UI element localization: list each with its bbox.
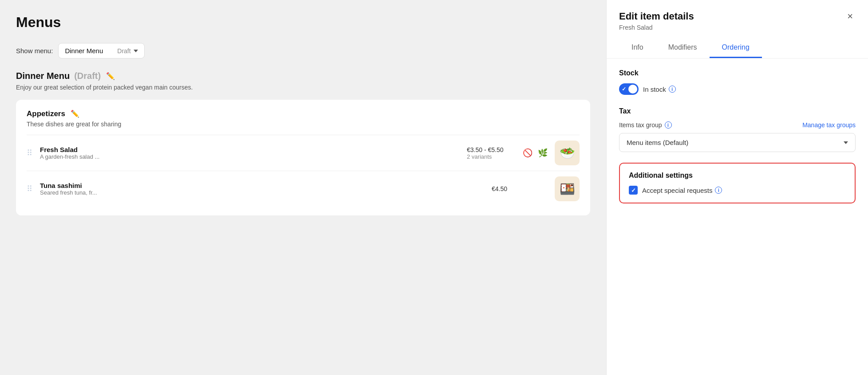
edit-category-button[interactable]: ✏️ <box>70 109 80 119</box>
item-description: A garden-fresh salad ... <box>40 153 460 160</box>
category-header: Appetizers ✏️ <box>27 109 580 119</box>
sushi-emoji: 🍱 <box>560 182 575 196</box>
in-stock-label: In stock i <box>643 86 676 93</box>
item-price-block: €3.50 - €5.50 2 variants <box>467 146 516 160</box>
tax-chevron-down-icon <box>844 141 848 144</box>
table-row: ⠿ Fresh Salad A garden-fresh salad ... €… <box>27 135 580 171</box>
item-price: €3.50 - €5.50 <box>467 146 516 153</box>
item-image: 🥗 <box>555 141 580 165</box>
salad-emoji: 🥗 <box>560 146 575 160</box>
tax-dropdown[interactable]: Menu items (Default) <box>619 133 856 152</box>
toggle-checkmark-icon: ✓ <box>622 86 626 92</box>
item-variants: 2 variants <box>467 153 516 160</box>
dinner-menu-status: (Draft) <box>74 71 101 81</box>
page-title: Menus <box>16 14 590 31</box>
menu-selector[interactable]: Dinner Menu Draft <box>58 43 144 59</box>
show-menu-label: Show menu: <box>16 47 53 55</box>
panel-subtitle: Fresh Salad <box>619 24 856 31</box>
left-panel: Menus Show menu: Dinner Menu Draft Dinne… <box>0 0 606 375</box>
category-description: These dishes are great for sharing <box>27 121 580 128</box>
stock-row: ✓ In stock i <box>619 83 856 95</box>
item-info: Tuna sashimi Seared fresh tuna, fr... <box>40 182 485 196</box>
show-menu-row: Show menu: Dinner Menu Draft <box>16 43 590 59</box>
accept-special-requests-label: Accept special requests i <box>642 187 722 194</box>
drag-handle-icon[interactable]: ⠿ <box>27 184 33 194</box>
panel-header: Edit item details × Fresh Salad Info Mod… <box>607 0 868 59</box>
tax-section-label: Tax <box>619 107 856 115</box>
item-info: Fresh Salad A garden-fresh salad ... <box>40 146 460 160</box>
drag-handle-icon[interactable]: ⠿ <box>27 148 33 158</box>
tax-dropdown-value: Menu items (Default) <box>627 139 688 146</box>
panel-header-top: Edit item details × <box>619 11 856 22</box>
item-description: Seared fresh tuna, fr... <box>40 189 485 196</box>
items-tax-group-label: Items tax group i <box>619 121 672 129</box>
no-image-icon: 🚫 <box>523 148 533 158</box>
item-price-block: €4.50 <box>492 185 541 192</box>
dinner-menu-title: Dinner Menu <box>16 71 70 81</box>
manage-tax-groups-link[interactable]: Manage tax groups <box>802 121 856 129</box>
right-panel: Edit item details × Fresh Salad Info Mod… <box>606 0 868 375</box>
close-button[interactable]: × <box>844 11 856 22</box>
panel-title: Edit item details <box>619 11 694 22</box>
tax-row: Items tax group i Manage tax groups <box>619 121 856 129</box>
tax-info-icon[interactable]: i <box>665 121 672 129</box>
toggle-slider: ✓ <box>619 83 639 95</box>
accept-special-requests-row: ✓ Accept special requests i <box>629 186 846 195</box>
menu-selector-name: Dinner Menu <box>65 47 103 55</box>
tabs: Info Modifiers Ordering <box>619 38 856 58</box>
menu-section-header: Dinner Menu (Draft) ✏️ <box>16 71 590 81</box>
tab-ordering[interactable]: Ordering <box>710 38 762 58</box>
appetizers-card: Appetizers ✏️ These dishes are great for… <box>16 100 590 215</box>
item-price: €4.50 <box>492 185 541 192</box>
menu-selector-badge: Draft <box>117 47 138 55</box>
stock-section-label: Stock <box>619 69 856 77</box>
checkbox-check-icon: ✓ <box>631 187 636 194</box>
leaf-icon: 🌿 <box>538 148 548 158</box>
in-stock-toggle[interactable]: ✓ <box>619 83 639 95</box>
panel-body: Stock ✓ In stock i Tax Items tax group i <box>607 59 868 375</box>
in-stock-info-icon[interactable]: i <box>669 86 676 93</box>
table-row: ⠿ Tuna sashimi Seared fresh tuna, fr... … <box>27 171 580 207</box>
item-name: Tuna sashimi <box>40 182 485 189</box>
item-name: Fresh Salad <box>40 146 460 153</box>
item-image: 🍱 <box>555 176 580 201</box>
special-requests-info-icon[interactable]: i <box>715 187 722 194</box>
item-icons: 🚫 🌿 <box>523 148 548 158</box>
edit-menu-button[interactable]: ✏️ <box>105 71 116 81</box>
tax-section: Tax Items tax group i Manage tax groups … <box>619 107 856 152</box>
additional-settings-title: Additional settings <box>629 172 846 180</box>
dinner-menu-description: Enjoy our great selection of protein pac… <box>16 84 590 91</box>
tab-info[interactable]: Info <box>619 38 656 58</box>
additional-settings-card: Additional settings ✓ Accept special req… <box>619 163 856 203</box>
category-title: Appetizers <box>27 109 65 118</box>
accept-special-requests-checkbox[interactable]: ✓ <box>629 186 638 195</box>
tab-modifiers[interactable]: Modifiers <box>656 38 710 58</box>
chevron-down-icon <box>134 50 138 52</box>
